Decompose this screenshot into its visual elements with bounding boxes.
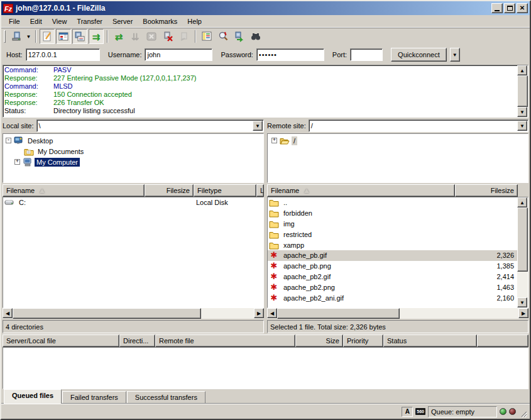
process-queue-button[interactable]: ⇊ xyxy=(128,29,143,44)
expand-icon[interactable]: + xyxy=(271,138,277,143)
file-row[interactable]: .. xyxy=(268,197,517,208)
file-row[interactable]: ✱ apache_pb2.gif 2,414 xyxy=(268,272,517,282)
column-header-remote-file[interactable]: Remote file xyxy=(155,334,295,347)
scroll-left-icon[interactable]: ◀ xyxy=(3,308,13,318)
scrollbar-track[interactable] xyxy=(517,272,528,298)
tree-item-my-computer[interactable]: + My Computer xyxy=(3,157,263,167)
scrollbar-track[interactable] xyxy=(201,308,254,319)
file-row[interactable]: ✱ apache_pb.png 1,385 xyxy=(268,261,517,272)
port-input[interactable] xyxy=(350,48,383,61)
remote-horizontal-scrollbar[interactable]: ◀ ▶ xyxy=(267,308,528,319)
filter-button[interactable] xyxy=(199,29,214,44)
queue-list-body[interactable] xyxy=(3,347,528,389)
tab-failed-transfers[interactable]: Failed transfers xyxy=(62,391,126,404)
menu-help[interactable]: Help xyxy=(182,16,207,27)
file-row[interactable]: img xyxy=(268,219,517,229)
file-name: .. xyxy=(280,199,457,206)
reconnect-button[interactable] xyxy=(177,29,192,44)
scrollbar-thumb[interactable] xyxy=(277,308,400,319)
column-header-filename[interactable]: Filename xyxy=(267,184,455,197)
quickconnect-dropdown[interactable]: ▼ xyxy=(450,48,460,62)
column-header-server-local-file[interactable]: Server/Local file xyxy=(3,334,119,347)
scrollbar-thumb[interactable] xyxy=(517,207,528,272)
scroll-up-icon[interactable]: ▲ xyxy=(517,65,527,75)
local-horizontal-scrollbar[interactable]: ◀ ▶ xyxy=(3,308,264,319)
file-row[interactable]: xampp xyxy=(268,240,517,250)
file-size: 1,385 xyxy=(457,262,517,270)
close-button[interactable]: ✕ xyxy=(517,3,528,13)
scroll-down-icon[interactable]: ▼ xyxy=(517,107,527,117)
tree-item-desktop[interactable]: - Desktop xyxy=(3,135,263,146)
toggle-remote-tree-button[interactable] xyxy=(72,29,87,44)
remote-directory-tree[interactable]: + / xyxy=(267,133,528,183)
data-type-ascii-icon[interactable]: A xyxy=(402,407,413,417)
expand-icon[interactable]: + xyxy=(14,159,20,165)
file-row[interactable]: ✱ apache_pb2_ani.gif 2,160 xyxy=(268,292,517,303)
menu-view[interactable]: View xyxy=(47,16,72,27)
file-row[interactable]: ✱ apache_pb2.png 1,463 xyxy=(268,282,517,292)
remote-list-body[interactable]: .. forbidden img xyxy=(267,197,528,308)
resize-grip[interactable] xyxy=(518,409,527,417)
quickconnect-button[interactable]: Quickconnect xyxy=(391,48,447,62)
tree-item-label: Desktop xyxy=(26,136,55,145)
column-header-last-modified[interactable]: L xyxy=(256,184,264,197)
chevron-down-icon[interactable]: ▼ xyxy=(517,121,527,131)
cancel-button[interactable] xyxy=(144,29,159,44)
column-header-filesize[interactable]: Filesize xyxy=(145,184,194,197)
column-header-filetype[interactable]: Filetype xyxy=(194,184,256,197)
log-label: Response: xyxy=(4,99,53,107)
toggle-local-tree-button[interactable] xyxy=(56,29,71,44)
username-input[interactable] xyxy=(145,48,212,61)
speed-limit-icon[interactable]: 560 xyxy=(415,408,425,415)
compare-button[interactable] xyxy=(216,29,231,44)
local-list-body[interactable]: C: Local Disk xyxy=(3,197,264,308)
column-header-status[interactable]: Status xyxy=(383,334,477,347)
menu-transfer[interactable]: Transfer xyxy=(72,16,107,27)
tab-queued-files[interactable]: Queued files xyxy=(4,389,62,404)
find-button[interactable] xyxy=(248,29,263,44)
scroll-left-icon[interactable]: ◀ xyxy=(267,308,277,318)
scrollbar-track[interactable] xyxy=(400,308,518,319)
column-header-filesize[interactable]: Filesize xyxy=(455,184,518,197)
message-log-body[interactable]: Command:PASV Response:227 Entering Passi… xyxy=(3,65,517,117)
column-header-size[interactable]: Size xyxy=(295,334,343,347)
local-site-combobox[interactable]: \ ▼ xyxy=(36,119,264,132)
column-header-direction[interactable]: Directi... xyxy=(119,334,155,347)
remote-vertical-scrollbar[interactable]: ▲ ▼ xyxy=(517,197,528,307)
disconnect-button[interactable] xyxy=(160,29,175,44)
sync-browse-button[interactable] xyxy=(232,29,247,44)
scrollbar-thumb[interactable] xyxy=(517,75,528,107)
scrollbar-thumb[interactable] xyxy=(13,308,201,319)
file-row-c-drive[interactable]: C: Local Disk xyxy=(3,197,263,208)
local-directory-tree[interactable]: - Desktop My Documents + My Computer xyxy=(3,133,264,183)
file-row-selected[interactable]: ✱ apache_pb.gif 2,326 xyxy=(268,250,517,261)
tree-item-my-documents[interactable]: My Documents xyxy=(3,146,263,157)
maximize-button[interactable] xyxy=(504,3,515,13)
scroll-right-icon[interactable]: ▶ xyxy=(518,308,528,318)
host-input[interactable] xyxy=(26,48,100,61)
toggle-queue-button[interactable]: ⇉ xyxy=(89,29,104,44)
scroll-down-icon[interactable]: ▼ xyxy=(517,297,527,307)
password-input[interactable] xyxy=(256,48,324,61)
site-manager-button[interactable] xyxy=(9,29,24,44)
file-row[interactable]: forbidden xyxy=(268,208,517,219)
tab-successful-transfers[interactable]: Successful transfers xyxy=(127,391,205,404)
menu-bookmarks[interactable]: Bookmarks xyxy=(138,16,182,27)
menu-file[interactable]: File xyxy=(4,16,25,27)
toggle-message-log-button[interactable] xyxy=(40,29,55,44)
log-scrollbar[interactable]: ▲ ▼ xyxy=(517,65,528,117)
remote-site-combobox[interactable]: / ▼ xyxy=(309,119,528,132)
collapse-icon[interactable]: - xyxy=(6,138,11,143)
scroll-right-icon[interactable]: ▶ xyxy=(254,308,264,318)
site-manager-dropdown[interactable]: ▼ xyxy=(25,29,33,44)
chevron-down-icon[interactable]: ▼ xyxy=(253,121,263,131)
column-header-priority[interactable]: Priority xyxy=(343,334,383,347)
column-header-filename[interactable]: Filename xyxy=(3,184,145,197)
scroll-up-icon[interactable]: ▲ xyxy=(517,197,527,207)
tree-item-root[interactable]: + / xyxy=(268,135,528,146)
file-row[interactable]: restricted xyxy=(268,229,517,240)
refresh-button[interactable]: ⇄ xyxy=(111,29,126,44)
menu-server[interactable]: Server xyxy=(107,16,138,27)
menu-edit[interactable]: Edit xyxy=(25,16,47,27)
minimize-button[interactable] xyxy=(491,3,503,13)
